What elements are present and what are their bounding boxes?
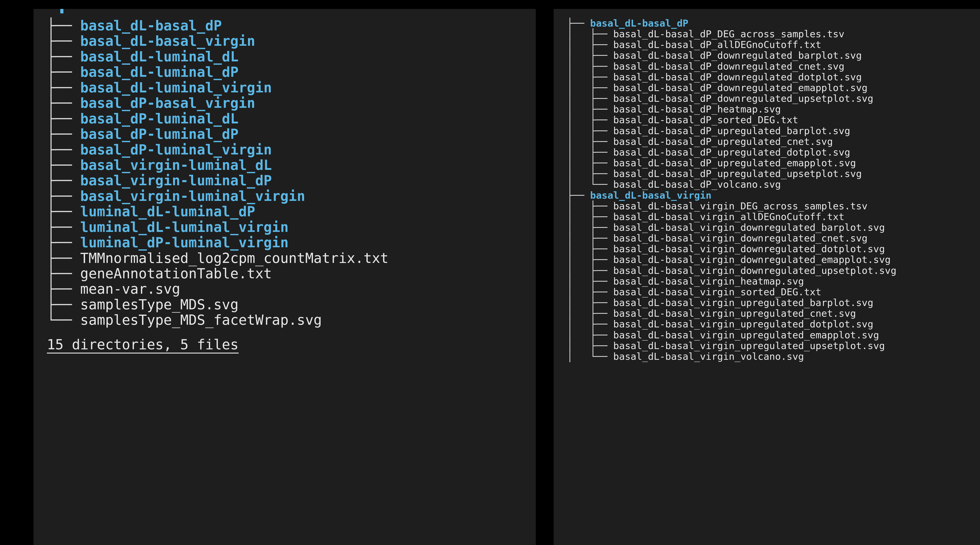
- file-name: basal_dL-basal_virgin_downregulated_upse…: [613, 265, 897, 276]
- tree-branch-icon: │ ├──: [567, 276, 613, 287]
- tree-branch-icon: ├──: [47, 126, 80, 142]
- directory-name: luminal_dL-luminal_dP: [80, 203, 255, 219]
- tree-branch-icon: ├──: [47, 250, 80, 266]
- tree-file: │ ├── basal_dL-basal_virgin_upregulated_…: [567, 308, 975, 319]
- file-name: basal_dL-basal_dP_volcano.svg: [613, 179, 781, 190]
- tree-file: │ ├── basal_dL-basal_virgin_downregulate…: [567, 265, 975, 276]
- tree-branch-icon: │ ├──: [567, 50, 613, 61]
- tree-branch-icon: │ ├──: [567, 125, 613, 137]
- tree-branch-icon: │ ├──: [567, 286, 613, 297]
- tree-directory: ├── basal_virgin-luminal_dP: [47, 173, 531, 188]
- file-name: basal_dL-basal_dP_upregulated_barplot.sv…: [613, 125, 850, 137]
- tree-output-left: ├── basal_dL-basal_dP├── basal_dL-basal_…: [47, 18, 531, 328]
- tree-branch-icon: ├──: [47, 188, 80, 204]
- file-name: basal_dL-basal_dP_sorted_DEG.txt: [613, 114, 798, 126]
- tree-file: ├── geneAnnotationTable.txt: [47, 266, 531, 281]
- tree-file: │ └── basal_dL-basal_dP_volcano.svg: [567, 179, 975, 190]
- tree-file: │ ├── basal_dL-basal_virgin_upregulated_…: [567, 297, 975, 308]
- tree-branch-icon: ├──: [47, 48, 80, 65]
- file-name: basal_dL-basal_dP_upregulated_emapplot.s…: [613, 157, 856, 168]
- left-terminal-panel[interactable]: ├── basal_dL-basal_dP├── basal_dL-basal_…: [33, 9, 536, 545]
- file-name: basal_dL-basal_dP_heatmap.svg: [613, 103, 781, 115]
- tree-file: │ ├── basal_dL-basal_virgin_upregulated_…: [567, 340, 975, 351]
- tree-directory: ├── luminal_dP-luminal_virgin: [47, 235, 531, 250]
- tree-branch-icon: │ ├──: [567, 254, 613, 265]
- file-name: basal_dL-basal_virgin_heatmap.svg: [613, 276, 804, 287]
- tree-branch-icon: │ ├──: [567, 200, 613, 211]
- tree-branch-icon: │ ├──: [567, 93, 613, 104]
- file-name: basal_dL-basal_dP_downregulated_upsetplo…: [613, 93, 873, 104]
- tree-file: │ ├── basal_dL-basal_dP_sorted_DEG.txt: [567, 114, 975, 125]
- tree-branch-icon: │ └──: [567, 351, 613, 362]
- tree-branch-icon: │ ├──: [567, 222, 613, 233]
- directory-name: basal_dL-basal_dP: [80, 17, 222, 34]
- directory-name: basal_dL-basal_dP: [590, 17, 689, 29]
- tree-file: │ ├── basal_dL-basal_virgin_allDEGnoCuto…: [567, 211, 975, 222]
- file-name: basal_dL-basal_dP_downregulated_emapplot…: [613, 82, 867, 93]
- tree-file: │ ├── basal_dL-basal_dP_upregulated_dotp…: [567, 147, 975, 157]
- tree-branch-icon: ├──: [47, 296, 80, 313]
- directory-name: luminal_dP-luminal_virgin: [80, 234, 288, 251]
- tree-branch-icon: │ ├──: [567, 157, 613, 168]
- tree-file: │ ├── basal_dL-basal_dP_upregulated_barp…: [567, 126, 975, 136]
- tree-branch-icon: │ ├──: [567, 103, 613, 115]
- tree-file: ├── samplesType_MDS.svg: [47, 297, 531, 312]
- tree-branch-icon: ├──: [567, 190, 590, 201]
- file-name: TMMnormalised_log2cpm_countMatrix.txt: [80, 250, 388, 266]
- tree-branch-icon: │ ├──: [567, 211, 613, 222]
- file-name: basal_dL-basal_virgin_downregulated_emap…: [613, 254, 891, 265]
- file-name: geneAnnotationTable.txt: [80, 265, 272, 282]
- tree-directory: ├── basal_dP-luminal_dP: [47, 126, 531, 142]
- tree-directory: ├── basal_dL-basal_dP: [567, 18, 975, 29]
- tree-file: │ ├── basal_dL-basal_dP_upregulated_emap…: [567, 157, 975, 168]
- file-name: basal_dL-basal_dP_DEG_across_samples.tsv: [613, 29, 845, 40]
- tree-branch-icon: │ ├──: [567, 232, 613, 244]
- tree-file: │ └── basal_dL-basal_virgin_volcano.svg: [567, 351, 975, 362]
- tree-branch-icon: │ ├──: [567, 114, 613, 126]
- tree-directory: ├── basal_dL-basal_dP: [47, 18, 531, 33]
- tree-file: │ ├── basal_dL-basal_virgin_upregulated_…: [567, 319, 975, 329]
- tree-branch-icon: ├──: [47, 95, 80, 111]
- tree-branch-icon: ├──: [47, 141, 80, 158]
- cursor-indicator: [60, 9, 64, 13]
- tree-file: ├── mean-var.svg: [47, 281, 531, 297]
- tree-branch-icon: ├──: [47, 157, 80, 173]
- tree-file: │ ├── basal_dL-basal_dP_downregulated_do…: [567, 72, 975, 83]
- tree-directory: ├── basal_virgin-luminal_dL: [47, 157, 531, 173]
- tree-branch-icon: ├──: [47, 110, 80, 127]
- tree-branch-icon: ├──: [47, 64, 80, 80]
- tree-branch-icon: ├──: [47, 17, 80, 34]
- tree-file: │ ├── basal_dL-basal_dP_upregulated_cnet…: [567, 136, 975, 147]
- tree-branch-icon: │ ├──: [567, 329, 613, 340]
- tree-branch-icon: │ ├──: [567, 318, 613, 330]
- tree-file: │ ├── basal_dL-basal_virgin_downregulate…: [567, 254, 975, 265]
- file-name: mean-var.svg: [80, 281, 180, 297]
- tree-file: │ ├── basal_dL-basal_virgin_heatmap.svg: [567, 276, 975, 286]
- tree-branch-icon: │ ├──: [567, 340, 613, 351]
- tree-file: │ ├── basal_dL-basal_virgin_upregulated_…: [567, 330, 975, 340]
- right-terminal-panel[interactable]: ├── basal_dL-basal_dP│ ├── basal_dL-basa…: [554, 9, 980, 545]
- file-name: basal_dL-basal_dP_upregulated_dotplot.sv…: [613, 147, 850, 158]
- tree-branch-icon: ├──: [47, 234, 80, 251]
- directory-name: basal_virgin-luminal_virgin: [80, 188, 305, 204]
- file-name: basal_dL-basal_dP_allDEGnoCutoff.txt: [613, 39, 821, 50]
- file-name: basal_dL-basal_dP_downregulated_barplot.…: [613, 50, 862, 61]
- tree-directory: ├── basal_dL-luminal_dP: [47, 64, 531, 79]
- directory-name: basal_virgin-luminal_dL: [80, 157, 272, 173]
- tree-file: ├── TMMnormalised_log2cpm_countMatrix.tx…: [47, 250, 531, 266]
- file-name: basal_dL-basal_virgin_upregulated_emappl…: [613, 329, 879, 340]
- tree-directory: ├── basal_virgin-luminal_virgin: [47, 188, 531, 204]
- tree-file: │ ├── basal_dL-basal_dP_DEG_across_sampl…: [567, 29, 975, 39]
- tree-file: │ ├── basal_dL-basal_dP_upregulated_upse…: [567, 168, 975, 179]
- tree-branch-icon: ├──: [47, 79, 80, 96]
- tree-branch-icon: │ ├──: [567, 82, 613, 93]
- tree-branch-icon: ├──: [47, 219, 80, 235]
- file-name: basal_dL-basal_virgin_downregulated_barp…: [613, 222, 885, 233]
- file-name: basal_dL-basal_virgin_volcano.svg: [613, 351, 804, 362]
- tree-directory: ├── basal_dL-basal_virgin: [567, 190, 975, 201]
- tree-branch-icon: │ ├──: [567, 243, 613, 254]
- tree-file: │ ├── basal_dL-basal_virgin_DEG_across_s…: [567, 201, 975, 211]
- tree-directory: ├── basal_dP-basal_virgin: [47, 95, 531, 111]
- tree-file: │ ├── basal_dL-basal_dP_downregulated_ba…: [567, 50, 975, 61]
- file-name: basal_dL-basal_virgin_upregulated_dotplo…: [613, 318, 873, 330]
